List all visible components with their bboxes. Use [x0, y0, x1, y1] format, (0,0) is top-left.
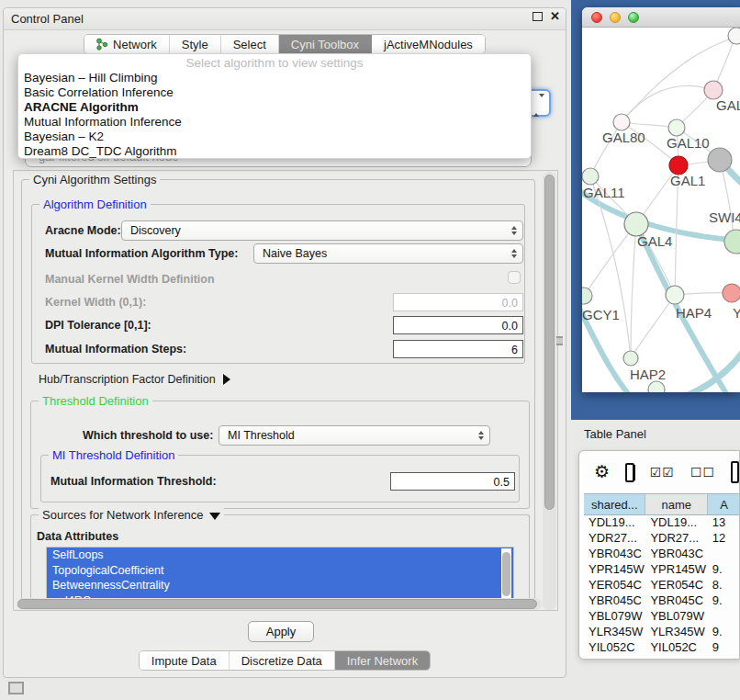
tab-label: Select — [233, 38, 266, 51]
apply-button[interactable]: Apply — [248, 621, 314, 642]
aracne-mode-label: Aracne Mode: — [45, 224, 121, 237]
mi-type-combo[interactable]: Naive Bayes — [253, 243, 523, 264]
close-traffic-light-icon[interactable] — [591, 12, 602, 23]
table-cell: YBR045C — [584, 593, 645, 609]
group-title: Algorithm Definition — [39, 198, 151, 211]
column-header[interactable]: shared... — [584, 494, 645, 514]
column-layout-icon[interactable] — [625, 463, 634, 482]
dropdown-item[interactable]: Bayesian – Hill Climbing — [18, 71, 531, 85]
node-gal10[interactable] — [668, 119, 685, 136]
node-label: Y — [733, 305, 740, 321]
kernel-width-label: Kernel Width (0,1): — [45, 296, 146, 309]
tab-jactivemnodules[interactable]: jActiveMNodules — [372, 35, 485, 53]
hub-definition-expander[interactable]: Hub/Transcription Factor Definition — [39, 373, 230, 386]
algorithm-dropdown-popup: Select algorithm to view settings Bayesi… — [17, 53, 532, 159]
node-attribute-table[interactable]: shared...nameA YDL19...YDL19...13YDR27..… — [584, 493, 740, 659]
node-gcy1[interactable] — [582, 288, 592, 304]
table-panel-window: ⚙ ☑☑ ☐☐ shared...nameA YDL19...YDL19...1… — [578, 450, 740, 660]
sources-expander[interactable]: Sources for Network Inference — [39, 508, 224, 522]
table-cell — [708, 609, 740, 625]
node-swi4[interactable] — [724, 230, 740, 254]
zoom-traffic-light-icon[interactable] — [628, 12, 639, 23]
restore-panel-button[interactable] — [8, 682, 24, 694]
select-all-checkboxes-icon[interactable]: ☑☑ — [650, 465, 675, 480]
table-row[interactable]: YBR043CYBR043C — [584, 547, 740, 562]
mi-threshold-field[interactable] — [390, 472, 515, 491]
node-hap2[interactable] — [623, 351, 638, 366]
mi-steps-field[interactable] — [393, 340, 523, 358]
column-header[interactable]: A — [708, 494, 740, 514]
tab-label: Infer Network — [347, 654, 418, 668]
node-label: GAL4 — [637, 233, 672, 249]
settings-horizontal-scrollbar[interactable] — [17, 598, 542, 610]
node-salmon[interactable] — [723, 284, 740, 302]
node-bottom-partial[interactable] — [648, 381, 665, 392]
node-gray[interactable] — [708, 148, 732, 172]
table-cell: YBR043C — [645, 547, 707, 562]
table-row[interactable]: YER054CYER054C8. — [584, 578, 740, 593]
table-row[interactable]: YDL19...YDL19...13 — [584, 515, 740, 531]
table-cell: YDR27... — [645, 531, 707, 547]
network-view-window[interactable]: GALGAL80GAL10GAL1GAL11SWI4GAL4GCY1HAP4YH… — [582, 7, 740, 392]
node-top-partial[interactable] — [728, 28, 740, 44]
table-row[interactable]: YBL079WYBL079W — [584, 609, 740, 625]
column-header[interactable]: name — [645, 494, 707, 514]
panel-divider-grip[interactable] — [556, 336, 563, 345]
table-row[interactable]: YLR345WYLR345W9. — [584, 625, 740, 640]
dpi-tolerance-field[interactable] — [393, 316, 523, 334]
tab-infer-network[interactable]: Infer Network — [335, 651, 430, 670]
tab-discretize-data[interactable]: Discretize Data — [230, 651, 335, 670]
node-label: GAL1 — [670, 173, 705, 188]
table-toolbar: ⚙ ☑☑ ☐☐ — [579, 451, 739, 493]
network-desktop-canvas: GALGAL80GAL10GAL1GAL11SWI4GAL4GCY1HAP4YH… — [571, 0, 740, 420]
network-graph[interactable]: GALGAL80GAL10GAL1GAL11SWI4GAL4GCY1HAP4YH… — [582, 28, 740, 392]
table-row[interactable]: YDR27...YDR27...12 — [584, 531, 740, 547]
attribute-list-item[interactable]: SelfLoops — [47, 548, 513, 563]
tab-cyni-toolbox[interactable]: Cyni Toolbox — [279, 35, 372, 53]
table-cell: YIL052C — [584, 640, 645, 656]
control-panel-tabs: NetworkStyleSelectCyni ToolboxjActiveMNo… — [4, 34, 566, 54]
table-cell: 13 — [708, 515, 740, 531]
attributes-list-scrollbar[interactable] — [501, 548, 511, 605]
tab-label: jActiveMNodules — [384, 38, 473, 51]
dropdown-item[interactable]: ARACNE Algorithm — [18, 100, 531, 115]
tab-impute-data[interactable]: Impute Data — [140, 651, 230, 670]
tab-style[interactable]: Style — [170, 35, 221, 53]
table-row[interactable]: YPR145WYPR145W9. — [584, 562, 740, 578]
document-icon[interactable] — [731, 461, 739, 483]
minimize-traffic-light-icon[interactable] — [610, 12, 621, 23]
which-threshold-combo[interactable]: MI Threshold — [219, 425, 490, 446]
dropdown-item[interactable]: Mutual Information Inference — [18, 115, 531, 130]
table-row[interactable]: YBR045CYBR045C9. — [584, 593, 740, 609]
kernel-width-field[interactable] — [393, 293, 523, 311]
dropdown-item[interactable]: Dream8 DC_TDC Algorithm — [18, 144, 531, 159]
table-cell: 9. — [708, 625, 740, 640]
network-icon — [96, 38, 108, 51]
dropdown-item[interactable]: Basic Correlation Inference — [18, 85, 531, 100]
node-gal80[interactable] — [613, 114, 630, 130]
spinner-down-icon — [539, 94, 544, 113]
manual-kernel-checkbox[interactable] — [508, 271, 521, 284]
gear-icon[interactable]: ⚙ — [594, 463, 610, 481]
tab-select[interactable]: Select — [221, 35, 279, 53]
node-hap4[interactable] — [666, 286, 684, 304]
settings-vertical-scrollbar[interactable] — [543, 172, 556, 611]
node-gal1-red[interactable] — [669, 156, 688, 175]
tab-label: Style — [182, 38, 208, 51]
node-gal11[interactable] — [582, 168, 599, 185]
close-icon[interactable]: ✕ — [550, 12, 560, 21]
aracne-mode-combo[interactable]: Discovery — [121, 220, 523, 241]
table-row[interactable]: YIL052CYIL052C9 — [584, 640, 740, 656]
float-panel-icon[interactable] — [533, 12, 543, 21]
node-label: GAL11 — [583, 185, 625, 200]
attribute-list-item[interactable]: TopologicalCoefficient — [47, 563, 513, 579]
dropdown-item[interactable]: Bayesian – K2 — [18, 130, 531, 144]
attribute-list-item[interactable]: BetweennessCentrality — [47, 578, 513, 593]
node-pink-top[interactable] — [704, 81, 723, 99]
table-cell: YLR345W — [584, 625, 645, 640]
cyni-algorithm-settings-group: Cyni Algorithm Settings Algorithm Defini… — [21, 179, 535, 609]
deselect-all-checkboxes-icon[interactable]: ☐☐ — [690, 465, 715, 480]
network-edge — [584, 224, 636, 296]
table-cell: YDL19... — [645, 515, 707, 531]
tab-network[interactable]: Network — [84, 35, 170, 53]
